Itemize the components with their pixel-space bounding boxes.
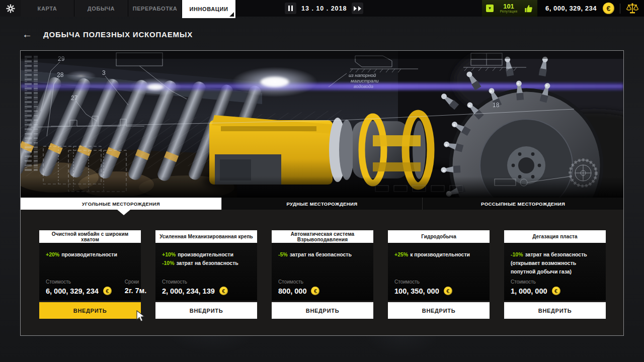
top-tab-mining[interactable]: ДОБЫЧА xyxy=(74,0,128,17)
top-tab-processing[interactable]: ПЕРЕРАБОТКА xyxy=(128,0,182,17)
cost-block: Стоимость 1, 000, 000€ xyxy=(511,279,560,295)
cost-block: Стоимость 100, 350, 000€ xyxy=(394,279,452,295)
innovations-panel: 29 28 27 3 18 из напорной магистрали вод… xyxy=(20,50,624,336)
innovation-card-seam-degassing: Дегазация пласта -10%затрат на безопасно… xyxy=(504,230,606,335)
chevron-down-icon: ▼ xyxy=(488,7,492,11)
top-tab-map[interactable]: КАРТА xyxy=(21,0,74,17)
card-effects: -10%затрат на безопасность (открывает во… xyxy=(511,250,599,276)
innovation-cards: Очистной комбайн с широким хватом +20%пр… xyxy=(21,210,623,335)
card-title: Очистной комбайн с широким хватом xyxy=(39,230,141,243)
coin-icon: € xyxy=(603,3,614,14)
card-effects: +25%к производительности xyxy=(394,250,483,259)
implement-button[interactable]: ВНЕДРИТЬ xyxy=(155,302,257,319)
blueprint-number-3: 3 xyxy=(102,69,106,76)
pause-icon xyxy=(288,6,290,11)
card-title: Автоматическая система Взрывоподавления xyxy=(272,230,373,243)
blueprint-note-line1: из напорной xyxy=(349,72,376,78)
blueprint-note-line3: водовода xyxy=(354,84,373,89)
cost-value: 2, 000, 234, 139 xyxy=(162,287,215,295)
reputation-panel: ▼ 101 Репутация xyxy=(482,0,537,17)
thumbs-up-icon xyxy=(524,4,533,13)
gear-icon xyxy=(6,4,15,13)
coin-icon: € xyxy=(311,287,319,295)
time-controls: 13 . 10 . 2018 xyxy=(285,0,363,17)
fast-forward-icon xyxy=(354,6,357,11)
reputation-label: Репутация xyxy=(500,10,518,14)
term-block: Сроки 2г. 7м. xyxy=(125,279,147,295)
innovation-card-hydraulic-mining: Гидродобыча +25%к производительности Сто… xyxy=(388,230,490,335)
tab-ore-deposits[interactable]: РУДНЫЕ МЕСТОРОЖДЕНИЯ xyxy=(221,198,423,210)
card-title: Дегазация пласта xyxy=(504,230,606,243)
settings-button[interactable] xyxy=(0,0,21,17)
game-date: 13 . 10 . 2018 xyxy=(301,5,347,12)
cost-value: 800, 000 xyxy=(278,287,306,295)
card-title: Гидродобыча xyxy=(388,230,490,243)
scales-icon[interactable] xyxy=(626,2,639,15)
blueprint-number-27: 27 xyxy=(71,95,78,102)
page-title: ДОБЫЧА ПОЛЕЗНЫХ ИСКОПАЕМЫХ xyxy=(43,30,193,39)
blueprint-number-28: 28 xyxy=(57,71,64,78)
topbar-right: ▼ 101 Репутация 6, 000, 329, 234 € xyxy=(482,0,644,17)
implement-button[interactable]: ВНЕДРИТЬ xyxy=(388,302,490,319)
innovation-card-powered-support: Усиленная Механизированная крепь +10%про… xyxy=(155,230,257,335)
tab-placer-deposits[interactable]: РОССЫПНЫЕ МЕСТОРОЖДЕНИЯ xyxy=(422,198,623,210)
pause-button[interactable] xyxy=(285,3,296,14)
cost-block: Стоимость 800, 000€ xyxy=(278,279,319,295)
money-balance: 6, 000, 329, 234 xyxy=(545,5,597,12)
card-effects: +10%производительности -10%затрат на без… xyxy=(162,250,251,267)
innovation-card-explosion-suppression: Автоматическая система Взрывоподавления … xyxy=(272,230,373,335)
coin-icon: € xyxy=(444,287,452,295)
mining-machine-illustration: 29 28 27 3 18 из напорной магистрали вод… xyxy=(21,51,623,198)
top-tab-innovations-label: ИННОВАЦИИ xyxy=(190,6,228,12)
topbar: КАРТА ДОБЫЧА ПЕРЕРАБОТКА ИННОВАЦИИ 13 . … xyxy=(0,0,644,17)
active-tab-fold-corner xyxy=(229,12,234,17)
hero-image: 29 28 27 3 18 из напорной магистрали вод… xyxy=(21,51,623,198)
blueprint-note-line2: магистрали xyxy=(351,78,379,83)
cost-block: Стоимость 6, 000, 329, 234€ xyxy=(46,279,112,295)
card-title: Усиленная Механизированная крепь xyxy=(155,230,257,243)
implement-button[interactable]: ВНЕДРИТЬ xyxy=(272,302,373,319)
cost-block: Стоимость 2, 000, 234, 139€ xyxy=(162,279,228,295)
tab-coal-deposits[interactable]: УГОЛЬНЫЕ МЕСТОРОЖДЕНИЯ xyxy=(21,198,221,210)
reputation-readout: 101 Репутация xyxy=(500,3,518,14)
coin-icon: € xyxy=(103,287,112,295)
coin-icon: € xyxy=(552,287,560,295)
cost-value: 6, 000, 329, 234 xyxy=(46,287,99,295)
page-header: ← ДОБЫЧА ПОЛЕЗНЫХ ИСКОПАЕМЫХ xyxy=(22,29,193,39)
card-effects: -5%затрат на безопасность xyxy=(278,250,367,259)
cost-value: 100, 350, 000 xyxy=(394,287,439,295)
fast-forward-button[interactable] xyxy=(352,3,363,14)
reputation-value: 101 xyxy=(503,3,514,10)
innovation-card-shearer: Очистной комбайн с широким хватом +20%пр… xyxy=(39,230,141,335)
card-effects: +20%производительности xyxy=(46,250,134,259)
implement-button[interactable]: ВНЕДРИТЬ xyxy=(504,302,606,319)
top-tab-innovations[interactable]: ИННОВАЦИИ xyxy=(182,0,236,18)
term-value: 2г. 7м. xyxy=(125,287,147,295)
active-tab-pointer xyxy=(117,210,130,215)
cost-value: 1, 000, 000 xyxy=(511,287,547,295)
reputation-dropdown-button[interactable]: ▼ xyxy=(486,5,494,12)
blueprint-number-18: 18 xyxy=(493,102,500,109)
coin-icon: € xyxy=(219,287,228,295)
deposit-category-tabs: УГОЛЬНЫЕ МЕСТОРОЖДЕНИЯ РУДНЫЕ МЕСТОРОЖДЕ… xyxy=(21,198,623,210)
money-zone: 6, 000, 329, 234 € xyxy=(537,0,644,17)
implement-button[interactable]: ВНЕДРИТЬ xyxy=(39,302,141,319)
topbar-divider xyxy=(620,4,620,14)
back-button[interactable]: ← xyxy=(22,29,32,39)
